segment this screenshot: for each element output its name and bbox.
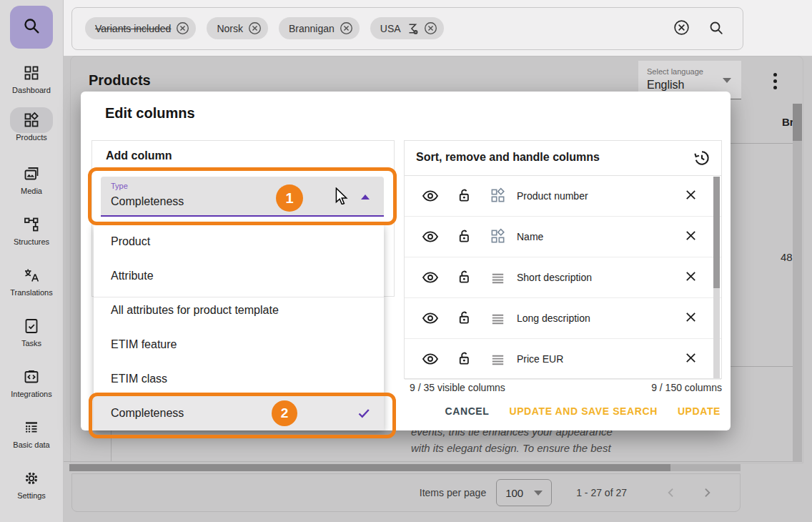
clear-all-filters-icon[interactable] — [673, 19, 690, 36]
next-page-button[interactable] — [700, 486, 714, 500]
sidebar-item-integrations[interactable]: Integrations — [0, 368, 63, 398]
lock-open-icon[interactable] — [456, 310, 472, 329]
gear-icon — [23, 470, 40, 487]
columns-panel-scrollbar[interactable] — [713, 177, 720, 378]
sidebar-item-label: Settings — [17, 491, 46, 500]
cancel-button[interactable]: CANCEL — [445, 405, 490, 417]
more-options-button[interactable] — [771, 70, 780, 93]
menu-option-attribute[interactable]: Attribute — [94, 259, 384, 293]
sidebar-item-label: Translations — [10, 288, 53, 297]
dialog-actions: CANCEL UPDATE AND SAVE SEARCH UPDATE — [445, 399, 721, 423]
remove-column-icon[interactable] — [683, 228, 698, 246]
visibility-eye-icon[interactable] — [422, 228, 439, 248]
chip-remove-icon[interactable] — [248, 21, 262, 35]
chip-remove-icon[interactable] — [176, 21, 189, 35]
sidebar-item-dashboard[interactable]: Dashboard — [0, 64, 63, 94]
option-label: All attributes for product template — [111, 304, 279, 317]
items-per-page-label: Items per page — [420, 487, 486, 498]
sidebar-search-button[interactable] — [10, 6, 53, 49]
filter-chip-usa[interactable]: USA — [370, 17, 444, 39]
table-bottom-border — [63, 461, 802, 462]
search-bar[interactable]: Variants included Norsk Brannigan — [71, 7, 743, 50]
media-icon — [23, 165, 40, 182]
column-row: Price EUR — [405, 339, 721, 380]
column-row: Long description — [405, 298, 721, 339]
filter-chip-brannigan[interactable]: Brannigan — [279, 17, 360, 39]
column-row: Short description — [405, 257, 721, 298]
menu-option-etim-feature[interactable]: ETIM feature — [94, 328, 384, 362]
visibility-eye-icon[interactable] — [422, 269, 439, 289]
top-bar: Variants included Norsk Brannigan — [63, 0, 812, 56]
column-type-menu: Product Attribute All attributes for pro… — [94, 225, 384, 430]
sidebar-item-translations[interactable]: Translations — [0, 267, 63, 297]
column-row: Name — [405, 217, 721, 257]
table-cell-divider — [111, 430, 112, 461]
product-grid-icon — [490, 187, 506, 207]
dashboard-icon — [23, 64, 40, 82]
lock-open-icon[interactable] — [456, 228, 472, 247]
sidebar-item-label: Integrations — [11, 390, 51, 398]
option-label: Attribute — [111, 270, 154, 282]
sidebar-item-tasks[interactable]: Tasks — [0, 317, 63, 348]
text-lines-icon — [490, 311, 506, 330]
remove-column-icon[interactable] — [683, 187, 698, 205]
search-submit-icon[interactable] — [708, 19, 725, 36]
lock-open-icon[interactable] — [456, 269, 472, 288]
check-icon — [357, 406, 371, 423]
remove-column-icon[interactable] — [683, 269, 698, 287]
translate-icon — [23, 267, 40, 284]
table-cell-value: 48 — [781, 251, 793, 263]
sidebar-item-label: Dashboard — [12, 86, 51, 94]
chip-label: Variants included — [95, 23, 171, 34]
horizontal-scrollbar[interactable] — [69, 464, 741, 471]
remove-column-icon[interactable] — [683, 350, 698, 368]
menu-option-all-attributes[interactable]: All attributes for product template — [94, 293, 384, 328]
sidebar-item-structures[interactable]: Structures — [0, 216, 63, 246]
lock-open-icon[interactable] — [456, 187, 472, 207]
sidebar-item-settings[interactable]: Settings — [0, 470, 63, 500]
chip-remove-icon[interactable] — [340, 21, 353, 35]
type-field-value: Completeness — [111, 195, 184, 208]
visibility-eye-icon[interactable] — [422, 310, 439, 330]
chevron-down-icon — [723, 78, 731, 83]
sidebar-item-basic-data[interactable]: Basic data — [0, 419, 63, 449]
sum-function-icon — [406, 22, 419, 35]
sidebar-item-label: Structures — [14, 237, 49, 246]
items-per-page-select[interactable]: 100 — [496, 479, 552, 506]
sidebar-item-products[interactable]: Products — [0, 112, 63, 142]
previous-page-button[interactable] — [664, 486, 678, 500]
sidebar-item-media[interactable]: Media — [0, 165, 63, 195]
sort-columns-heading: Sort, remove and handle columns — [416, 151, 600, 164]
update-button[interactable]: UPDATE — [678, 405, 721, 417]
option-label: ETIM class — [111, 373, 167, 385]
columns-summary: 9 / 35 visible columns 9 / 150 columns — [410, 382, 722, 393]
visibility-eye-icon[interactable] — [422, 187, 439, 207]
app-window: Dashboard Products Media Structures — [0, 0, 812, 522]
add-column-heading: Add column — [106, 149, 172, 162]
lock-open-icon[interactable] — [456, 350, 472, 370]
filter-chip-variants[interactable]: Variants included — [85, 17, 196, 39]
filter-chip-norsk[interactable]: Norsk — [207, 17, 268, 39]
menu-option-completeness[interactable]: Completeness — [94, 396, 384, 430]
remove-column-icon[interactable] — [683, 310, 698, 328]
chip-label: Brannigan — [289, 23, 335, 34]
visible-columns-count: 9 / 35 visible columns — [410, 382, 505, 393]
chip-remove-icon[interactable] — [424, 21, 437, 35]
restore-history-icon[interactable] — [693, 149, 711, 170]
structures-icon — [23, 216, 40, 233]
vertical-scrollbar-thumb[interactable] — [793, 104, 802, 141]
search-icon — [21, 16, 41, 39]
vertical-scrollbar[interactable] — [793, 104, 802, 461]
menu-option-product[interactable]: Product — [94, 225, 384, 259]
visibility-eye-icon[interactable] — [422, 350, 439, 370]
menu-option-etim-class[interactable]: ETIM class — [94, 362, 384, 396]
column-type-select[interactable]: Type Completeness — [101, 177, 384, 217]
chevron-up-icon — [361, 194, 370, 200]
horizontal-scrollbar-thumb[interactable] — [69, 464, 670, 471]
dialog-title: Edit columns — [105, 105, 195, 122]
update-and-save-search-button[interactable]: UPDATE AND SAVE SEARCH — [509, 405, 657, 417]
tasks-icon — [23, 317, 40, 335]
columns-panel-scrollbar-thumb[interactable] — [713, 177, 720, 288]
table-cell-description-line2: with its elegant design. To ensure the b… — [411, 442, 611, 454]
sidebar: Dashboard Products Media Structures — [0, 0, 64, 522]
